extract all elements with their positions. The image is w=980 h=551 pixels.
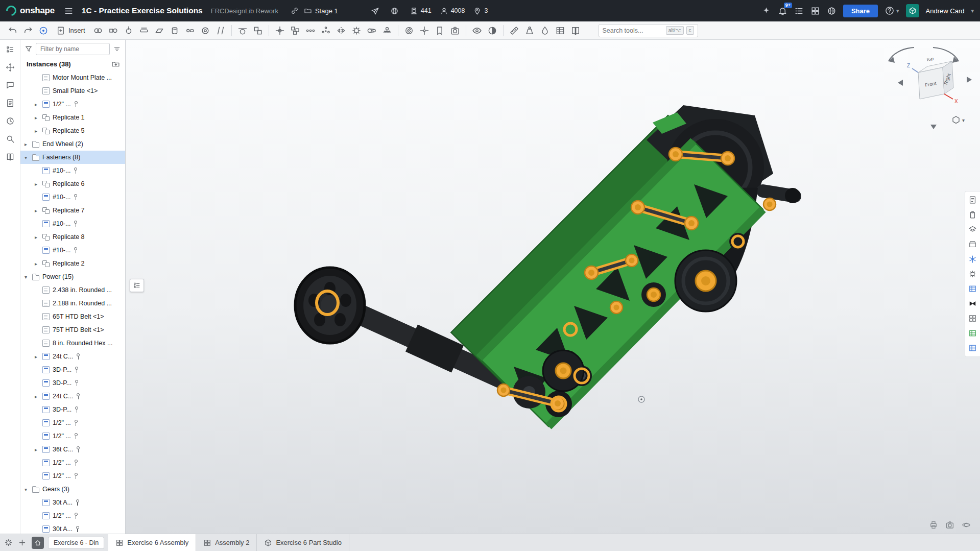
tree-row[interactable]: Replicate 8 — [20, 230, 125, 244]
main-menu-icon[interactable] — [64, 6, 74, 16]
pin-count[interactable]: 3 — [473, 7, 488, 15]
release-notes-icon[interactable] — [6, 99, 15, 108]
tab-settings-gear-icon[interactable] — [4, 538, 13, 547]
named-positions-icon[interactable] — [432, 23, 447, 38]
tree-row[interactable]: 75T HTD Belt <1> — [20, 323, 125, 337]
expand-arrow-icon[interactable] — [35, 354, 42, 360]
rack-pinion-relation-icon[interactable] — [379, 23, 395, 38]
list-options-icon[interactable] — [113, 45, 121, 53]
comments-icon[interactable] — [6, 81, 15, 90]
expand-arrow-icon[interactable] — [35, 447, 42, 452]
tree-row[interactable]: 1/2" ... — [20, 98, 125, 111]
tree-row[interactable]: 1/2" ... — [20, 469, 125, 483]
tree-row[interactable]: 1/2" ... — [20, 416, 125, 429]
user-menu-chevron-icon[interactable]: ▾ — [971, 8, 974, 14]
bom-icon[interactable] — [553, 23, 568, 38]
tasks-list-icon[interactable] — [794, 6, 804, 16]
send-icon[interactable] — [371, 7, 382, 15]
tree-row[interactable]: 30t A... — [20, 522, 125, 534]
properties-panel-icon[interactable] — [968, 196, 977, 204]
tree-row[interactable]: 3D-P... — [20, 403, 125, 416]
toolbar-divider[interactable] — [269, 25, 269, 36]
snapshot-icon[interactable] — [447, 23, 463, 38]
rotate-right-icon[interactable] — [967, 77, 972, 83]
replicate-icon[interactable] — [288, 23, 303, 38]
expand-arrow-icon[interactable] — [35, 261, 42, 267]
tree-row[interactable]: #10-... — [20, 190, 125, 204]
expand-arrow-icon[interactable] — [35, 394, 42, 399]
tree-row[interactable]: Replicate 2 — [20, 257, 125, 270]
tree-row[interactable]: 1/2" ... — [20, 429, 125, 443]
tree-row[interactable]: #10-... — [20, 244, 125, 257]
tree-row[interactable]: Power (15) — [20, 270, 125, 283]
tree-row[interactable]: 1/2" ... — [20, 509, 125, 522]
belt-relation-icon[interactable] — [364, 23, 379, 38]
move-transform-icon[interactable] — [6, 63, 15, 72]
tree-row[interactable]: #10-... — [20, 164, 125, 177]
tree-row[interactable]: Small Plate <1> — [20, 84, 125, 98]
screw-relation-icon[interactable] — [401, 23, 417, 38]
mass-properties-icon[interactable] — [522, 23, 537, 38]
cylindrical-mate-icon[interactable] — [167, 23, 182, 38]
onshape-logo[interactable]: onshape — [6, 6, 55, 16]
apps-grid-icon[interactable] — [810, 6, 820, 16]
community-globe-icon[interactable] — [827, 6, 836, 16]
avatar[interactable] — [906, 4, 919, 17]
expand-arrow-icon[interactable] — [25, 155, 32, 160]
home-button[interactable] — [32, 537, 44, 549]
measure-icon[interactable] — [507, 23, 522, 38]
display-states-icon[interactable] — [469, 23, 485, 38]
edit-in-context-icon[interactable] — [36, 23, 51, 38]
clipboard-panel-icon[interactable] — [968, 210, 977, 219]
ball-mate-icon[interactable] — [198, 23, 213, 38]
building-count[interactable]: 441 — [410, 7, 432, 15]
expand-arrow-icon[interactable] — [35, 128, 42, 134]
insert-button[interactable]: Insert — [51, 23, 90, 38]
mate-icon[interactable] — [90, 23, 106, 38]
notifications-bell-icon[interactable]: 9+ — [778, 6, 787, 16]
pin-slot-mate-icon[interactable] — [182, 23, 198, 38]
toolbar-divider[interactable] — [398, 25, 398, 36]
pattern-app-icon[interactable] — [968, 314, 977, 323]
filter-funnel-icon[interactable] — [25, 45, 33, 53]
circular-pattern-icon[interactable] — [318, 23, 333, 38]
toolbar-divider[interactable] — [231, 25, 232, 36]
expand-arrow-icon[interactable] — [35, 102, 42, 107]
tree-row[interactable]: 24t C... — [20, 390, 125, 403]
sheets-app-icon[interactable] — [968, 329, 977, 338]
people-count[interactable]: 4008 — [440, 7, 465, 15]
versions-icon[interactable] — [568, 23, 583, 38]
redo-button[interactable] — [20, 23, 36, 38]
toolbar-divider[interactable] — [503, 25, 504, 36]
history-icon[interactable] — [6, 116, 15, 126]
layers-panel-icon[interactable] — [968, 225, 977, 234]
assembly-3d-model[interactable] — [126, 40, 980, 534]
tree-row[interactable]: 65T HTD Belt <1> — [20, 310, 125, 323]
tree-row[interactable]: 30t A... — [20, 496, 125, 509]
tools-panel-icon[interactable] — [968, 270, 977, 278]
appearance-icon[interactable] — [537, 23, 553, 38]
expand-arrow-icon[interactable] — [25, 141, 32, 147]
tree-filters-flyout-button[interactable] — [130, 279, 144, 292]
tree-row[interactable]: 2.188 in. Rounded ... — [20, 297, 125, 310]
view-cube[interactable]: Top Front Right X Z ▾ — [871, 41, 976, 135]
document-tab[interactable]: Exercise 6 Part Studio — [257, 534, 349, 551]
filter-input[interactable] — [36, 43, 110, 55]
section-view-icon[interactable] — [485, 23, 500, 38]
undo-button[interactable] — [5, 23, 20, 38]
tree-row[interactable]: Motor Mount Plate ... — [20, 71, 125, 84]
notebook-icon[interactable] — [6, 152, 15, 161]
print-view-icon[interactable] — [929, 520, 938, 530]
tree-row[interactable]: 8 in. Rounded Hex ... — [20, 337, 125, 350]
assembly-structure-icon[interactable] — [6, 45, 15, 54]
rotate-left-icon[interactable] — [898, 80, 903, 86]
document-tab[interactable]: Assembly 2 — [196, 534, 257, 551]
link-icon[interactable] — [291, 7, 299, 15]
breadcrumb[interactable]: Stage 1 — [304, 7, 338, 15]
tree-row[interactable]: #10-... — [20, 217, 125, 230]
app-mk-icon[interactable] — [968, 284, 977, 293]
spotlight-search-icon[interactable] — [6, 134, 15, 143]
add-tab-button[interactable] — [18, 538, 27, 547]
tree-row[interactable]: 24t C... — [20, 350, 125, 363]
tangent-mate-icon[interactable] — [235, 23, 250, 38]
